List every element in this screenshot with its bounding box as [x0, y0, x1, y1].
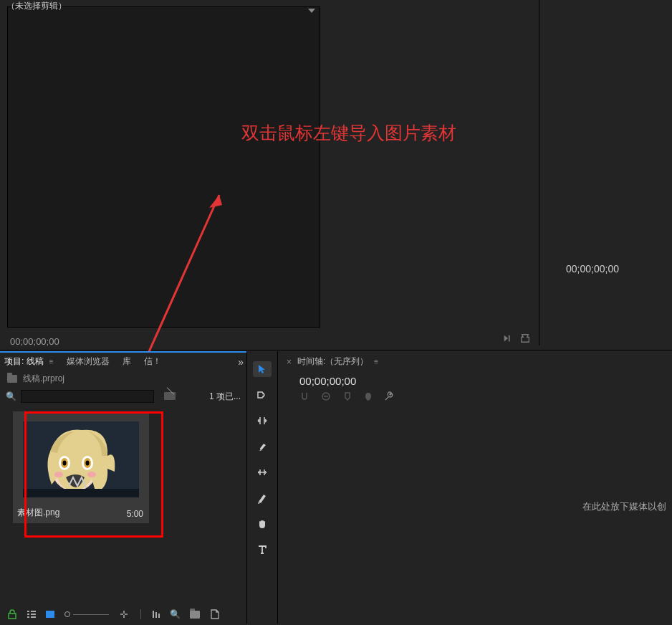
sort-icon[interactable]: [153, 611, 160, 618]
goto-in-icon[interactable]: [503, 333, 513, 345]
track-select-tool-icon[interactable]: [253, 387, 272, 403]
horizontal-divider[interactable]: [0, 350, 672, 350]
asset-grid[interactable]: 素材图.png 5:00: [0, 406, 246, 529]
svg-point-13: [259, 449, 261, 451]
project-panel: 项目: 线稿 ≡ 媒体浏览器 库 信！ » 线稿.prproj 🔍 1 项已..…: [0, 351, 246, 624]
tool-strip: [246, 351, 278, 624]
search-row: 🔍 1 项已...: [0, 387, 246, 406]
tab-libraries[interactable]: 库: [123, 356, 131, 368]
timeline-title: 时间轴:（无序列）: [297, 356, 368, 368]
export-frame-icon[interactable]: [520, 333, 530, 345]
add-marker-icon[interactable]: [342, 391, 352, 404]
search-input[interactable]: [21, 390, 154, 403]
thumbnail-size-slider[interactable]: [64, 611, 109, 617]
tab-media-browser[interactable]: 媒体浏览器: [67, 356, 110, 368]
asset-thumbnail: [23, 421, 139, 497]
item-count: 1 项已...: [209, 391, 241, 403]
svg-rect-12: [23, 489, 139, 497]
freeform-view-icon[interactable]: [119, 609, 129, 619]
asset-duration: 5:00: [127, 509, 143, 519]
timeline-tools: [278, 391, 672, 404]
pen-tool-icon[interactable]: [253, 490, 272, 506]
tab-project[interactable]: 项目: 线稿: [4, 356, 44, 368]
new-bin-icon[interactable]: [190, 609, 200, 619]
settings-icon[interactable]: [384, 391, 394, 404]
timeline-menu-icon[interactable]: ≡: [374, 358, 378, 366]
source-title: （未选择剪辑）: [6, 0, 67, 12]
project-panel-footer: 🔍: [0, 605, 246, 624]
search-icon: 🔍: [6, 391, 16, 401]
snap-icon[interactable]: [299, 391, 309, 404]
slip-tool-icon[interactable]: [253, 464, 272, 480]
annotation-text: 双击鼠标左键导入图片素材: [241, 121, 456, 145]
asset-item[interactable]: 素材图.png 5:00: [13, 411, 149, 523]
list-view-icon[interactable]: [27, 611, 36, 618]
svg-point-10: [54, 472, 63, 477]
panel-tabs: 项目: 线稿 ≡ 媒体浏览器 库 信！ »: [0, 353, 246, 371]
type-tool-icon[interactable]: [253, 542, 272, 558]
find-icon[interactable]: 🔍: [170, 609, 180, 619]
svg-point-11: [87, 472, 96, 477]
new-item-icon[interactable]: [210, 609, 220, 619]
filter-bin-icon[interactable]: [164, 392, 176, 401]
marker-icon[interactable]: [364, 391, 373, 404]
project-file-row: 线稿.prproj: [0, 371, 246, 387]
svg-point-6: [63, 461, 67, 466]
timeline-header: × 时间轴:（无序列） ≡: [278, 351, 672, 372]
panel-divider[interactable]: [539, 0, 539, 345]
asset-name: 素材图.png: [17, 507, 59, 519]
panel-menu-icon[interactable]: ≡: [49, 358, 54, 366]
lock-icon[interactable]: [7, 609, 17, 619]
source-monitor[interactable]: （未选择剪辑）: [7, 6, 320, 328]
program-monitor[interactable]: 00;00;00;00: [324, 0, 672, 350]
project-file-name: 线稿.prproj: [23, 373, 64, 385]
close-panel-icon[interactable]: ×: [287, 357, 292, 367]
razor-tool-icon[interactable]: [253, 439, 272, 454]
footer-divider: [140, 609, 141, 619]
timeline-timecode: 00;00;00;00: [278, 372, 672, 391]
linked-selection-icon[interactable]: [321, 391, 331, 404]
hand-tool-icon[interactable]: [253, 516, 272, 532]
tab-info[interactable]: 信！: [144, 356, 161, 368]
icon-view-icon[interactable]: [46, 611, 54, 618]
chevron-down-icon[interactable]: [308, 9, 315, 13]
folder-icon: [7, 375, 17, 383]
tabs-overflow-icon[interactable]: »: [238, 356, 244, 368]
selection-tool-icon[interactable]: [253, 361, 272, 377]
thumbnail-image: [23, 421, 139, 497]
ripple-edit-tool-icon[interactable]: [253, 413, 272, 429]
timeline-panel: × 时间轴:（无序列） ≡ 00;00;00;00 在此处放下媒体以创: [278, 351, 672, 624]
timeline-drop-hint: 在此处放下媒体以创: [582, 500, 666, 513]
program-timecode: 00;00;00;00: [566, 263, 619, 275]
svg-point-9: [86, 461, 90, 466]
